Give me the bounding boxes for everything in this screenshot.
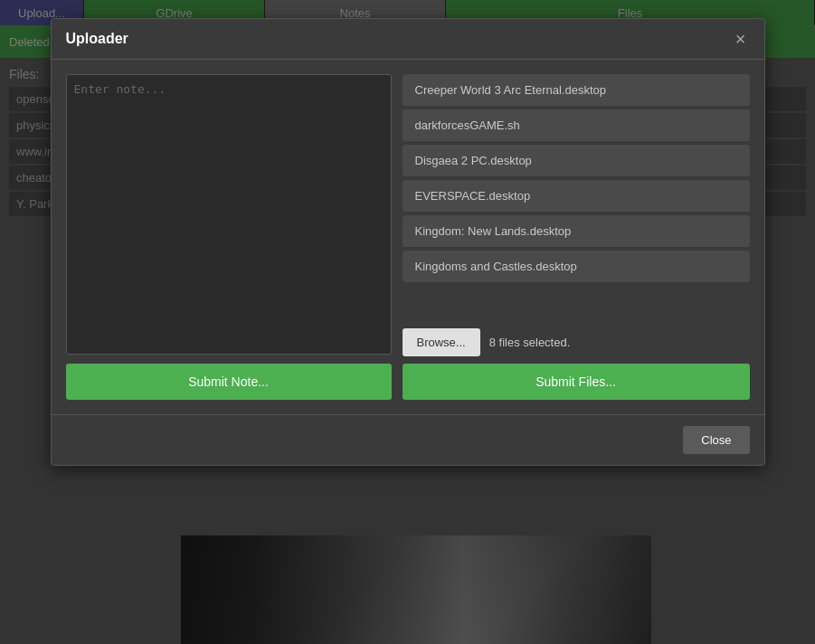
files-panel: Creeper World 3 Arc Eternal.desktop dark…: [403, 74, 750, 400]
file-list-item: Disgaea 2 PC.desktop: [403, 145, 750, 176]
modal-close-button[interactable]: ×: [732, 30, 750, 48]
file-list: Creeper World 3 Arc Eternal.desktop dark…: [403, 74, 750, 319]
submit-note-button[interactable]: Submit Note...: [66, 364, 392, 400]
modal-title: Uploader: [66, 31, 128, 47]
note-textarea[interactable]: [66, 74, 392, 355]
file-actions: Browse... 8 files selected.: [403, 328, 750, 356]
close-button[interactable]: Close: [683, 426, 749, 454]
browse-button[interactable]: Browse...: [403, 328, 480, 356]
file-list-item: Kingdom: New Lands.desktop: [403, 215, 750, 247]
file-list-item: darkforcesGAME.sh: [403, 109, 750, 141]
modal-footer: Close: [52, 414, 764, 465]
file-list-item: Creeper World 3 Arc Eternal.desktop: [403, 74, 750, 106]
modal-body: Submit Note... Creeper World 3 Arc Etern…: [52, 60, 764, 414]
files-selected-label: 8 files selected.: [489, 336, 571, 349]
uploader-modal: Uploader × Submit Note... Creeper World …: [51, 18, 765, 466]
submit-files-button[interactable]: Submit Files...: [403, 364, 750, 400]
file-list-item: Kingdoms and Castles.desktop: [403, 251, 750, 282]
file-list-item: EVERSPACE.desktop: [403, 180, 750, 212]
modal-header: Uploader ×: [52, 19, 764, 60]
modal-overlay: Uploader × Submit Note... Creeper World …: [0, 0, 815, 644]
note-panel: Submit Note...: [66, 74, 392, 400]
